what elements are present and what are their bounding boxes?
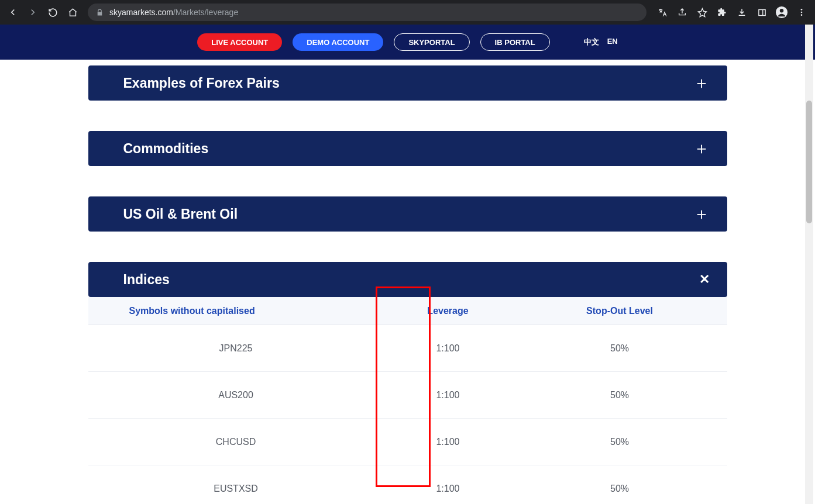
accordion-title: Indices bbox=[123, 272, 170, 288]
cell-stopout: 50% bbox=[513, 437, 727, 447]
translate-icon[interactable] bbox=[654, 4, 671, 21]
cell-symbol: CHCUSD bbox=[88, 437, 384, 447]
cell-leverage: 1:100 bbox=[384, 390, 513, 401]
lang-en[interactable]: EN bbox=[607, 37, 618, 47]
svg-point-4 bbox=[801, 12, 803, 13]
cell-leverage: 1:100 bbox=[384, 484, 513, 494]
address-bar[interactable]: skyamarkets.com/Markets/leverage bbox=[88, 4, 647, 21]
star-icon[interactable] bbox=[693, 4, 711, 21]
cell-symbol: AUS200 bbox=[88, 390, 384, 401]
close-icon: ✕ bbox=[699, 272, 710, 287]
accordion-title: Commodities bbox=[123, 141, 209, 157]
header-stopout: Stop-Out Level bbox=[513, 306, 727, 316]
menu-icon[interactable] bbox=[793, 4, 810, 21]
cell-stopout: 50% bbox=[513, 343, 727, 354]
scrollbar-thumb[interactable] bbox=[806, 101, 812, 223]
accordion-commodities[interactable]: Commodities ＋ bbox=[88, 131, 727, 166]
table-row: CHCUSD1:10050% bbox=[88, 419, 727, 465]
accordion-oil[interactable]: US Oil & Brent Oil ＋ bbox=[88, 196, 727, 232]
ib-portal-button[interactable]: IB PORTAL bbox=[480, 33, 550, 51]
plus-icon: ＋ bbox=[693, 137, 710, 160]
accordion-indices[interactable]: Indices ✕ bbox=[88, 262, 727, 297]
header-leverage: Leverage bbox=[384, 306, 513, 316]
cell-symbol: JPN225 bbox=[88, 343, 384, 354]
accordion-forex[interactable]: Examples of Forex Pairs ＋ bbox=[88, 65, 727, 101]
language-switch: 中文 EN bbox=[584, 37, 618, 47]
table-header: Symbols without capitalised Leverage Sto… bbox=[88, 297, 727, 325]
reload-button[interactable] bbox=[44, 4, 61, 20]
demo-account-button[interactable]: DEMO ACCOUNT bbox=[293, 33, 383, 51]
plus-icon: ＋ bbox=[693, 203, 710, 225]
accordion-title: Examples of Forex Pairs bbox=[123, 75, 280, 91]
back-button[interactable] bbox=[5, 4, 21, 20]
table-row: AUS2001:10050% bbox=[88, 372, 727, 419]
panel-icon[interactable] bbox=[753, 4, 771, 21]
svg-point-3 bbox=[801, 9, 803, 11]
extensions-icon[interactable] bbox=[713, 4, 731, 21]
header-symbol: Symbols without capitalised bbox=[88, 306, 384, 316]
svg-point-2 bbox=[780, 9, 783, 12]
skyportal-button[interactable]: SKYPORTAL bbox=[394, 33, 469, 51]
cell-stopout: 50% bbox=[513, 484, 727, 494]
table-row: JPN2251:10050% bbox=[88, 325, 727, 372]
live-account-button[interactable]: LIVE ACCOUNT bbox=[197, 33, 282, 51]
cell-stopout: 50% bbox=[513, 390, 727, 401]
svg-rect-0 bbox=[758, 9, 765, 15]
lock-icon bbox=[96, 9, 104, 16]
scrollbar[interactable] bbox=[805, 25, 813, 504]
accordion-title: US Oil & Brent Oil bbox=[123, 206, 238, 222]
url-text: skyamarkets.com/Markets/leverage bbox=[109, 8, 238, 17]
site-header: LIVE ACCOUNT DEMO ACCOUNT SKYPORTAL IB P… bbox=[0, 25, 815, 60]
browser-toolbar: skyamarkets.com/Markets/leverage bbox=[0, 0, 815, 25]
table-row: EUSTXSD1:10050% bbox=[88, 465, 727, 504]
svg-point-5 bbox=[801, 14, 803, 16]
cell-leverage: 1:100 bbox=[384, 437, 513, 447]
home-button[interactable] bbox=[64, 4, 81, 20]
forward-button[interactable] bbox=[25, 4, 41, 20]
download-icon[interactable] bbox=[733, 4, 751, 21]
cell-leverage: 1:100 bbox=[384, 343, 513, 354]
share-icon[interactable] bbox=[673, 4, 691, 21]
cell-symbol: EUSTXSD bbox=[88, 484, 384, 494]
plus-icon: ＋ bbox=[693, 72, 710, 94]
profile-icon[interactable] bbox=[773, 4, 790, 21]
lang-cn[interactable]: 中文 bbox=[584, 37, 599, 47]
